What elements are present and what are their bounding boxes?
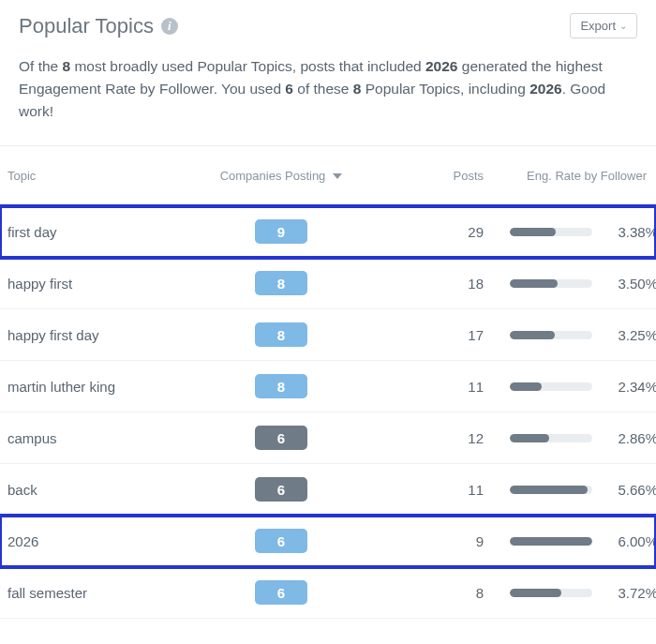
cell-posts: 17 bbox=[375, 327, 497, 343]
table-row[interactable]: 2026696.00% bbox=[0, 516, 656, 567]
cell-companies: 8 bbox=[187, 374, 375, 398]
cell-eng: 2.86% bbox=[497, 430, 656, 446]
col-companies[interactable]: Companies Posting bbox=[187, 169, 375, 183]
eng-value: 2.86% bbox=[605, 430, 656, 446]
popular-topics-panel: Popular Topics i Export ⌄ Of the 8 most … bbox=[0, 0, 656, 619]
cell-topic: happy first bbox=[0, 276, 187, 292]
cell-topic: fall semester bbox=[0, 585, 187, 601]
cell-topic: 2026 bbox=[0, 533, 187, 549]
cell-companies: 6 bbox=[187, 426, 375, 450]
summary-bold: 2026 bbox=[425, 58, 457, 74]
cell-topic: campus bbox=[0, 430, 187, 446]
eng-bar bbox=[510, 228, 592, 236]
eng-value: 2.34% bbox=[605, 379, 656, 395]
cell-eng: 5.66% bbox=[497, 482, 656, 498]
eng-bar bbox=[510, 331, 592, 339]
table-row[interactable]: first day9293.38% bbox=[0, 206, 656, 258]
cell-companies: 8 bbox=[187, 271, 375, 295]
eng-value: 5.66% bbox=[605, 482, 656, 498]
eng-bar bbox=[510, 279, 592, 288]
cell-posts: 9 bbox=[375, 533, 497, 549]
eng-bar-fill bbox=[510, 537, 592, 546]
cell-companies: 6 bbox=[187, 580, 375, 605]
cell-eng: 3.50% bbox=[497, 276, 656, 292]
cell-topic: back bbox=[0, 482, 187, 498]
panel-title: Popular Topics bbox=[19, 14, 154, 38]
eng-bar-fill bbox=[510, 279, 558, 288]
companies-pill: 6 bbox=[255, 529, 307, 553]
summary-bold: 8 bbox=[63, 58, 71, 74]
eng-bar-fill bbox=[510, 589, 561, 597]
cell-topic: martin luther king bbox=[0, 379, 187, 395]
col-eng[interactable]: Eng. Rate by Follower bbox=[497, 169, 656, 183]
companies-pill: 8 bbox=[255, 374, 307, 398]
cell-eng: 6.00% bbox=[497, 533, 656, 549]
eng-value: 3.38% bbox=[605, 224, 656, 240]
table-body: first day9293.38%happy first8183.50%happ… bbox=[0, 206, 656, 619]
export-label: Export bbox=[580, 19, 616, 33]
title-wrap: Popular Topics i bbox=[19, 14, 178, 38]
eng-bar bbox=[510, 486, 592, 494]
summary-bold: 2026 bbox=[529, 81, 561, 97]
eng-value: 6.00% bbox=[605, 533, 656, 549]
cell-eng: 3.72% bbox=[497, 585, 656, 601]
cell-eng: 3.38% bbox=[497, 224, 656, 240]
sort-desc-icon bbox=[333, 173, 342, 179]
cell-companies: 6 bbox=[187, 529, 375, 553]
summary-fragment: Of the bbox=[19, 58, 63, 74]
cell-eng: 3.25% bbox=[497, 327, 656, 343]
cell-posts: 12 bbox=[375, 430, 497, 446]
eng-bar-fill bbox=[510, 434, 549, 442]
eng-bar-fill bbox=[510, 486, 588, 494]
companies-pill: 6 bbox=[255, 580, 307, 605]
eng-bar bbox=[510, 434, 592, 442]
eng-value: 3.72% bbox=[605, 585, 656, 601]
eng-bar bbox=[510, 537, 592, 546]
cell-companies: 8 bbox=[187, 322, 375, 347]
companies-pill: 8 bbox=[255, 322, 307, 347]
summary-fragment: of these bbox=[293, 81, 353, 97]
summary-fragment: Popular Topics, including bbox=[361, 81, 529, 97]
eng-value: 3.25% bbox=[605, 327, 656, 343]
panel-header: Popular Topics i Export ⌄ bbox=[0, 0, 656, 50]
cell-companies: 9 bbox=[187, 219, 375, 244]
eng-bar-fill bbox=[510, 331, 555, 339]
table-row[interactable]: back6115.66% bbox=[0, 464, 656, 516]
topics-table: Topic Companies Posting Posts Eng. Rate … bbox=[0, 145, 656, 619]
cell-companies: 6 bbox=[187, 477, 375, 502]
table-row[interactable]: campus6122.86% bbox=[0, 412, 656, 464]
cell-topic: first day bbox=[0, 224, 187, 240]
cell-posts: 29 bbox=[375, 224, 497, 240]
companies-pill: 6 bbox=[255, 426, 307, 450]
companies-pill: 6 bbox=[255, 477, 307, 502]
table-header: Topic Companies Posting Posts Eng. Rate … bbox=[0, 146, 656, 206]
cell-eng: 2.34% bbox=[497, 379, 656, 395]
chevron-down-icon: ⌄ bbox=[619, 21, 627, 31]
eng-bar bbox=[510, 382, 592, 391]
cell-topic: happy first day bbox=[0, 327, 187, 343]
summary-text: Of the 8 most broadly used Popular Topic… bbox=[0, 50, 656, 145]
col-topic[interactable]: Topic bbox=[0, 169, 187, 183]
cell-posts: 11 bbox=[375, 482, 497, 498]
table-row[interactable]: fall semester683.72% bbox=[0, 567, 656, 619]
eng-bar-fill bbox=[510, 228, 556, 236]
table-row[interactable]: martin luther king8112.34% bbox=[0, 361, 656, 412]
table-row[interactable]: happy first8183.50% bbox=[0, 258, 656, 309]
col-companies-label: Companies Posting bbox=[220, 169, 326, 183]
companies-pill: 9 bbox=[255, 219, 307, 244]
eng-value: 3.50% bbox=[605, 276, 656, 292]
table-row[interactable]: happy first day8173.25% bbox=[0, 309, 656, 361]
cell-posts: 18 bbox=[375, 276, 497, 292]
cell-posts: 11 bbox=[375, 379, 497, 395]
eng-bar-fill bbox=[510, 382, 542, 391]
info-icon[interactable]: i bbox=[161, 18, 178, 35]
summary-bold: 6 bbox=[285, 81, 293, 97]
export-button[interactable]: Export ⌄ bbox=[570, 13, 637, 38]
companies-pill: 8 bbox=[255, 271, 307, 295]
cell-posts: 8 bbox=[375, 585, 497, 601]
eng-bar bbox=[510, 589, 592, 597]
col-posts[interactable]: Posts bbox=[375, 169, 497, 183]
summary-fragment: most broadly used Popular Topics, posts … bbox=[70, 58, 425, 74]
